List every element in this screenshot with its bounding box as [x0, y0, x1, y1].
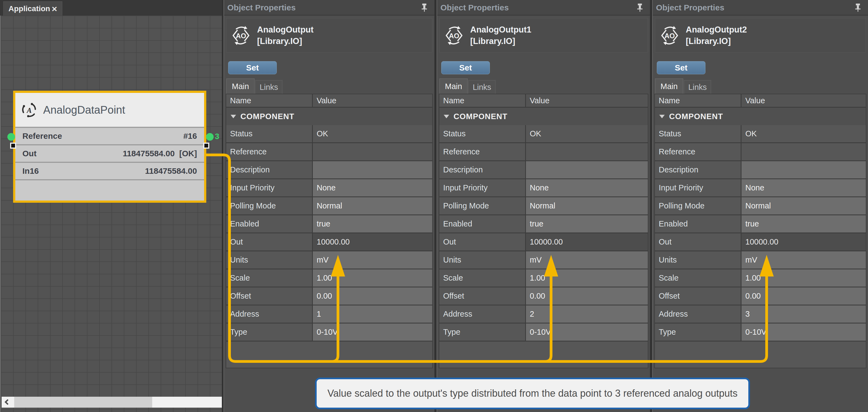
pin-icon[interactable] — [636, 3, 643, 12]
property-value[interactable]: Normal — [526, 197, 648, 215]
property-value[interactable] — [313, 161, 432, 179]
close-icon[interactable]: × — [52, 4, 57, 13]
set-button[interactable]: Set — [228, 61, 277, 74]
property-row-units[interactable]: UnitsmV — [226, 251, 432, 270]
property-value[interactable]: true — [526, 215, 648, 232]
property-value[interactable]: 3 — [742, 306, 866, 323]
property-value[interactable]: true — [742, 215, 866, 232]
property-value[interactable]: 1.00 — [526, 270, 648, 287]
section-component[interactable]: COMPONENT — [226, 108, 432, 125]
property-row-polling-mode[interactable]: Polling ModeNormal — [226, 197, 432, 215]
tab-main[interactable]: Main — [439, 78, 468, 94]
input-port-dot[interactable] — [7, 133, 15, 141]
output-port-dot[interactable] — [206, 133, 214, 141]
property-value[interactable]: 1.00 — [313, 270, 432, 287]
property-row-polling-mode[interactable]: Polling ModeNormal — [439, 197, 648, 215]
property-row-description[interactable]: Description — [439, 161, 648, 179]
tab-application[interactable]: Application × — [3, 1, 62, 15]
block-row-out[interactable]: Out 118475584.00 [OK] — [15, 144, 204, 162]
property-value[interactable]: 2 — [526, 306, 648, 323]
property-value[interactable]: None — [313, 179, 432, 196]
tab-links[interactable]: Links — [255, 80, 282, 94]
property-value[interactable]: true — [313, 215, 432, 232]
property-value[interactable]: Normal — [742, 197, 866, 215]
set-button[interactable]: Set — [657, 61, 706, 74]
property-row-reference[interactable]: Reference — [655, 143, 866, 161]
panel-splitter[interactable] — [650, 0, 652, 412]
property-value[interactable]: 0-10V — [313, 323, 432, 341]
property-row-units[interactable]: UnitsmV — [655, 251, 866, 270]
column-header-value[interactable]: Value — [313, 94, 432, 107]
property-row-enabled[interactable]: Enabledtrue — [439, 215, 648, 233]
tab-main[interactable]: Main — [655, 78, 683, 94]
column-header-value[interactable]: Value — [742, 94, 866, 107]
property-value[interactable]: mV — [742, 251, 866, 268]
property-row-input-priority[interactable]: Input PriorityNone — [655, 179, 866, 197]
property-row-type[interactable]: Type0-10V — [439, 323, 648, 342]
property-value[interactable]: Normal — [313, 197, 432, 215]
property-value[interactable]: 0-10V — [526, 323, 648, 341]
panel-splitter[interactable] — [434, 0, 437, 412]
property-value[interactable]: 0.00 — [742, 287, 866, 305]
tab-main[interactable]: Main — [226, 78, 255, 94]
property-row-polling-mode[interactable]: Polling ModeNormal — [655, 197, 866, 215]
property-value[interactable]: mV — [526, 251, 648, 268]
panel-titlebar[interactable]: Object Properties — [653, 0, 868, 15]
property-row-out[interactable]: Out10000.00 — [226, 233, 432, 251]
block-header[interactable]: A AnalogDataPoint — [15, 93, 204, 127]
column-header-name[interactable]: Name — [439, 94, 526, 107]
property-row-input-priority[interactable]: Input PriorityNone — [439, 179, 648, 197]
property-value[interactable]: mV — [313, 251, 432, 268]
property-row-offset[interactable]: Offset0.00 — [226, 287, 432, 306]
property-row-type[interactable]: Type0-10V — [655, 323, 866, 342]
block-row-reference[interactable]: Reference #16 — [15, 127, 204, 144]
property-value[interactable] — [742, 161, 866, 179]
property-row-type[interactable]: Type0-10V — [226, 323, 432, 342]
property-row-enabled[interactable]: Enabledtrue — [655, 215, 866, 233]
property-value[interactable] — [526, 161, 648, 179]
column-header-value[interactable]: Value — [526, 94, 648, 107]
property-row-scale[interactable]: Scale1.00 — [439, 270, 648, 287]
analog-data-point-block[interactable]: A AnalogDataPoint Reference #16 Out 1184… — [13, 91, 206, 203]
section-component[interactable]: COMPONENT — [655, 108, 866, 125]
property-row-reference[interactable]: Reference — [226, 143, 432, 161]
section-component[interactable]: COMPONENT — [439, 108, 648, 125]
property-value[interactable]: 0-10V — [742, 323, 866, 341]
property-row-offset[interactable]: Offset0.00 — [655, 287, 866, 306]
set-button[interactable]: Set — [441, 61, 490, 74]
property-row-enabled[interactable]: Enabledtrue — [226, 215, 432, 233]
column-header-name[interactable]: Name — [226, 94, 313, 107]
resize-handle-left[interactable] — [10, 142, 16, 149]
property-row-description[interactable]: Description — [655, 161, 866, 179]
property-value[interactable]: None — [742, 179, 866, 196]
property-row-units[interactable]: UnitsmV — [439, 251, 648, 270]
property-row-address[interactable]: Address2 — [439, 306, 648, 323]
pin-icon[interactable] — [854, 3, 862, 12]
panel-titlebar[interactable]: Object Properties — [224, 0, 434, 15]
scrollbar-thumb[interactable] — [14, 397, 152, 408]
horizontal-scrollbar[interactable] — [2, 397, 222, 408]
wire-sheet-canvas[interactable]: A AnalogDataPoint Reference #16 Out 1184… — [0, 15, 222, 412]
column-header-name[interactable]: Name — [655, 94, 742, 107]
property-value[interactable]: 1 — [313, 306, 432, 323]
property-row-out[interactable]: Out10000.00 — [439, 233, 648, 251]
property-value[interactable]: 0.00 — [313, 287, 432, 305]
property-row-out[interactable]: Out10000.00 — [655, 233, 866, 251]
property-row-scale[interactable]: Scale1.00 — [226, 270, 432, 287]
property-row-reference[interactable]: Reference — [439, 143, 648, 161]
panel-titlebar[interactable]: Object Properties — [437, 0, 650, 15]
property-row-status[interactable]: StatusOK — [226, 125, 432, 143]
property-row-offset[interactable]: Offset0.00 — [439, 287, 648, 306]
property-value[interactable]: 0.00 — [526, 287, 648, 305]
property-row-address[interactable]: Address3 — [655, 306, 866, 323]
block-row-in16[interactable]: In16 118475584.00 — [15, 162, 204, 179]
scroll-left-button[interactable] — [2, 397, 14, 408]
property-value[interactable]: 1.00 — [742, 270, 866, 287]
property-row-input-priority[interactable]: Input PriorityNone — [226, 179, 432, 197]
pin-icon[interactable] — [421, 3, 428, 12]
property-row-description[interactable]: Description — [226, 161, 432, 179]
resize-handle-right[interactable] — [203, 142, 209, 149]
property-row-address[interactable]: Address1 — [226, 306, 432, 323]
property-value[interactable]: None — [526, 179, 648, 196]
tab-links[interactable]: Links — [684, 80, 711, 94]
